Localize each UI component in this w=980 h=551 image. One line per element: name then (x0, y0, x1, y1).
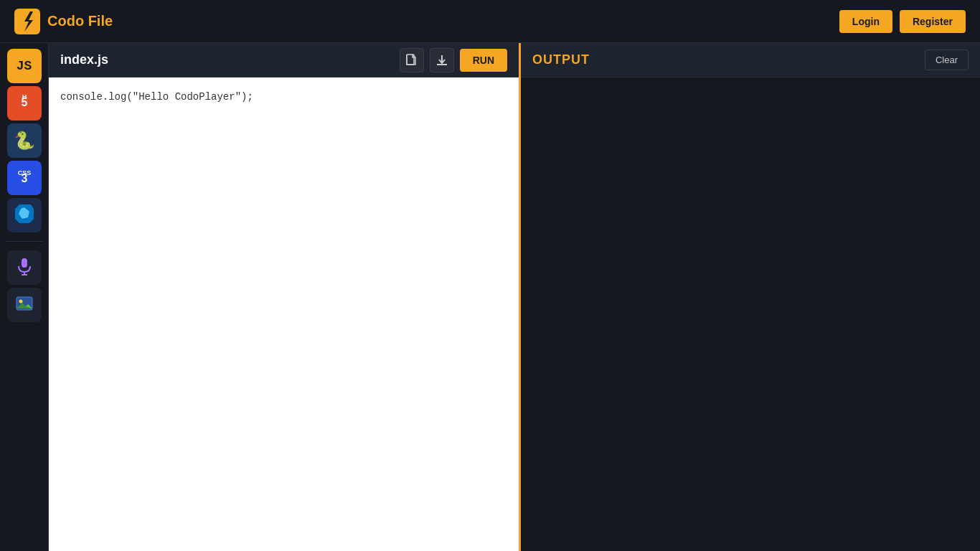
login-button[interactable]: Login (839, 10, 892, 33)
brand-logo-icon (14, 9, 40, 34)
dart-label (14, 203, 35, 228)
sidebar-item-mic[interactable] (7, 250, 42, 285)
html-label: 5 H (14, 91, 34, 116)
editor-header: index.js (49, 43, 519, 77)
sidebar-item-dart[interactable] (7, 198, 42, 232)
svg-text:H: H (22, 93, 27, 100)
clear-button[interactable]: Clear (925, 50, 969, 70)
sidebar-item-python[interactable]: 🐍 (7, 123, 42, 158)
output-area: OUTPUT Clear (521, 43, 980, 551)
register-button[interactable]: Register (900, 10, 966, 33)
output-content (521, 77, 980, 551)
python-label: 🐍 (14, 131, 35, 151)
nav-buttons: Login Register (839, 10, 966, 33)
file-name: index.js (60, 52, 108, 67)
run-button[interactable]: RUN (460, 49, 507, 72)
editor-actions: RUN (400, 48, 507, 72)
image-label (15, 294, 34, 316)
editor-area: index.js (49, 43, 521, 551)
css-label: 3 CSS (14, 167, 34, 189)
sidebar-item-image[interactable] (7, 288, 42, 322)
svg-point-12 (19, 299, 22, 303)
sidebar-item-css[interactable]: 3 CSS (7, 161, 42, 195)
svg-text:CSS: CSS (17, 169, 31, 176)
sidebar-divider (5, 241, 44, 242)
output-header: OUTPUT Clear (521, 43, 980, 77)
code-editor[interactable]: console.log("Hello CodoPlayer"); (49, 77, 519, 551)
new-file-button[interactable] (400, 48, 424, 72)
mic-label (15, 257, 34, 279)
brand: Codo File (14, 9, 113, 34)
js-label: JS (17, 59, 32, 73)
download-button[interactable] (430, 48, 454, 72)
top-navigation: Codo File Login Register (0, 0, 980, 43)
sidebar: JS 5 H 🐍 3 CSS (0, 43, 49, 551)
sidebar-item-js[interactable]: JS (7, 49, 42, 83)
output-title: OUTPUT (532, 52, 590, 67)
svg-rect-8 (22, 258, 27, 268)
brand-title: Codo File (47, 13, 113, 29)
main-layout: JS 5 H 🐍 3 CSS (0, 43, 980, 551)
sidebar-item-html[interactable]: 5 H (7, 86, 42, 121)
